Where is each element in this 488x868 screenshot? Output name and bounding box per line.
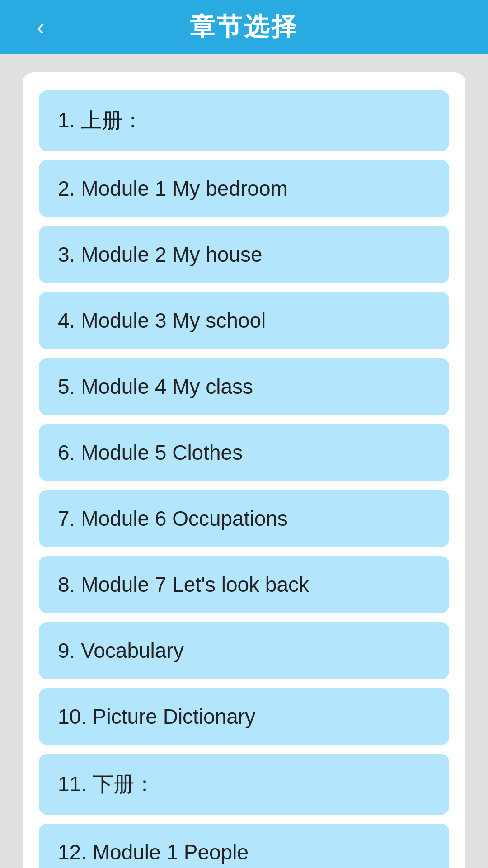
list-item[interactable]: 4. Module 3 My school xyxy=(39,292,449,349)
list-item-label: 2. Module 1 My bedroom xyxy=(58,176,288,201)
list-item[interactable]: 3. Module 2 My house xyxy=(39,226,449,283)
list-item[interactable]: 2. Module 1 My bedroom xyxy=(39,160,449,217)
list-item[interactable]: 7. Module 6 Occupations xyxy=(39,490,449,547)
list-item-label: 8. Module 7 Let's look back xyxy=(58,572,309,597)
list-item-label: 12. Module 1 People xyxy=(58,840,249,864)
list-item-label: 4. Module 3 My school xyxy=(58,308,266,333)
back-icon: ‹ xyxy=(37,14,44,41)
list-item[interactable]: 11. 下册： xyxy=(39,754,449,815)
list-item[interactable]: 12. Module 1 People xyxy=(39,824,449,868)
list-item[interactable]: 6. Module 5 Clothes xyxy=(39,424,449,481)
back-button[interactable]: ‹ xyxy=(27,14,54,41)
page-title: 章节选择 xyxy=(190,10,298,44)
list-item[interactable]: 8. Module 7 Let's look back xyxy=(39,556,449,613)
list-item-label: 7. Module 6 Occupations xyxy=(58,506,288,531)
list-item-label: 1. 上册： xyxy=(58,107,143,135)
list-item[interactable]: 10. Picture Dictionary xyxy=(39,688,449,745)
content-area: 1. 上册：2. Module 1 My bedroom3. Module 2 … xyxy=(23,72,465,868)
app-header: ‹ 章节选择 xyxy=(0,0,488,54)
list-item-label: 3. Module 2 My house xyxy=(58,242,263,267)
list-item[interactable]: 9. Vocabulary xyxy=(39,622,449,679)
list-item-label: 10. Picture Dictionary xyxy=(58,704,255,729)
list-item-label: 11. 下册： xyxy=(58,770,155,798)
list-item[interactable]: 5. Module 4 My class xyxy=(39,358,449,415)
list-item-label: 9. Vocabulary xyxy=(58,638,184,663)
list-item[interactable]: 1. 上册： xyxy=(39,90,449,151)
list-item-label: 6. Module 5 Clothes xyxy=(58,440,243,465)
list-item-label: 5. Module 4 My class xyxy=(58,374,253,399)
